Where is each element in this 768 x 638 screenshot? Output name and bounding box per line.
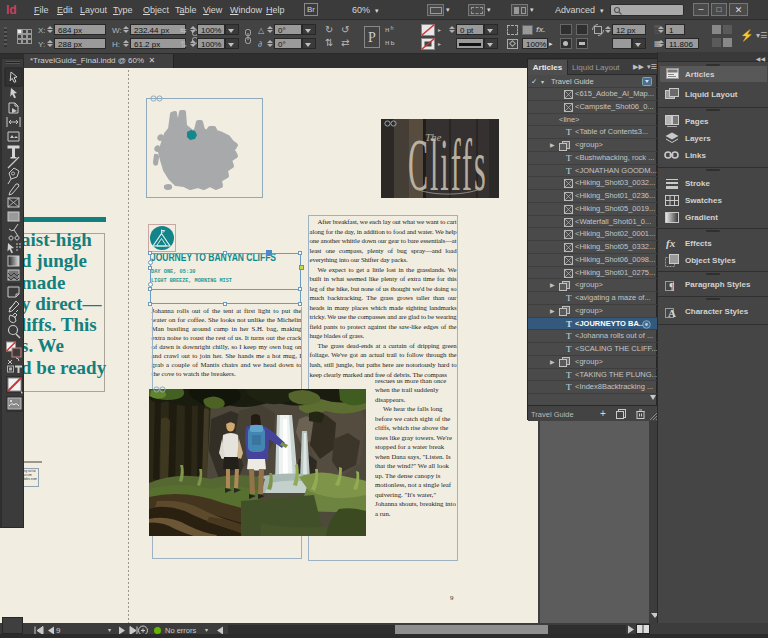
svg-text:¶: ¶ [669,281,674,291]
svg-text:A: A [668,307,676,318]
svg-text:Cliffs: Cliffs [408,123,488,198]
